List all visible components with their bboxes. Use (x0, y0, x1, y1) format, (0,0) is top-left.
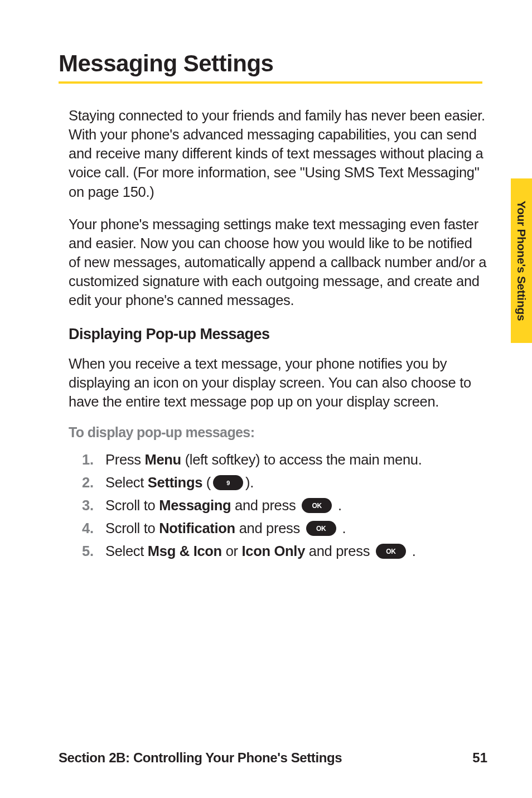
title-underline (59, 81, 482, 84)
key-ok-icon: OK (376, 544, 406, 559)
intro-paragraph-1: Staying connected to your friends and fa… (69, 106, 487, 201)
key-ok-icon: OK (306, 521, 336, 536)
step-number: 1. (82, 452, 105, 468)
page-footer: Section 2B: Controlling Your Phone's Set… (59, 750, 487, 766)
page-number: 51 (472, 750, 487, 766)
step-text: Scroll to Notification and press OK . (105, 520, 346, 536)
step-number: 5. (82, 543, 105, 559)
step-list: 1. Press Menu (left softkey) to access t… (82, 452, 487, 559)
footer-section-label: Section 2B: Controlling Your Phone's Set… (59, 750, 342, 766)
step-3: 3. Scroll to Messaging and press OK . (82, 497, 487, 514)
step-number: 2. (82, 475, 105, 491)
page-title: Messaging Settings (59, 50, 487, 77)
step-text: Scroll to Messaging and press OK . (105, 497, 342, 514)
step-text: Select Settings (9). (105, 475, 254, 491)
step-2: 2. Select Settings (9). (82, 475, 487, 491)
section-subheading: Displaying Pop-up Messages (69, 326, 487, 343)
section-paragraph: When you receive a text message, your ph… (69, 354, 487, 411)
intro-paragraph-2: Your phone's messaging settings make tex… (69, 215, 487, 310)
step-1: 1. Press Menu (left softkey) to access t… (82, 452, 487, 468)
step-5: 5. Select Msg & Icon or Icon Only and pr… (82, 543, 487, 559)
step-number: 4. (82, 520, 105, 536)
key-ok-icon: OK (302, 498, 332, 513)
side-tab: Your Phone's Settings (511, 178, 532, 343)
instruction-lead: To display pop-up messages: (69, 424, 487, 441)
step-4: 4. Scroll to Notification and press OK . (82, 520, 487, 536)
step-text: Select Msg & Icon or Icon Only and press… (105, 543, 415, 559)
key-9-icon: 9 (213, 475, 243, 490)
side-tab-label: Your Phone's Settings (515, 201, 528, 321)
step-text: Press Menu (left softkey) to access the … (105, 452, 422, 468)
step-number: 3. (82, 497, 105, 514)
